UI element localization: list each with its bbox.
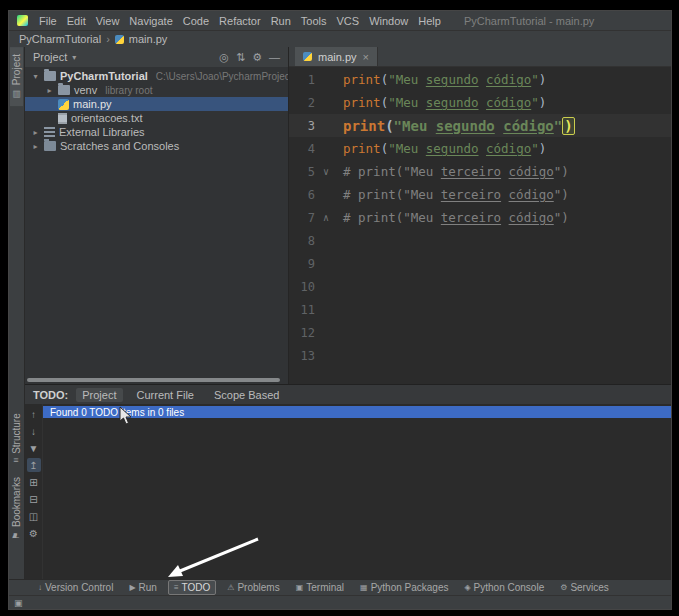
- menu-item[interactable]: Code: [178, 14, 214, 28]
- previous-todo-icon[interactable]: ↑: [27, 407, 41, 421]
- breadcrumb-file[interactable]: main.py: [129, 33, 168, 45]
- code-line[interactable]: 10: [289, 275, 671, 298]
- expand-collapse-icon[interactable]: ⇅: [236, 51, 245, 64]
- tool-stripe-button[interactable]: ⚑ Bookmarks: [10, 470, 23, 548]
- main-area: ▤ Project ≡ Structure ⚑ Bookmarks: [9, 47, 671, 579]
- line-number: 13: [289, 349, 315, 363]
- todo-panel-title: TODO:: [33, 389, 68, 401]
- tool-stripe-icon: ≡: [14, 455, 19, 465]
- menu-item[interactable]: Help: [413, 14, 446, 28]
- preview-source-icon[interactable]: ↥: [27, 458, 41, 472]
- python-file-icon: [303, 52, 312, 61]
- todo-scope-tab[interactable]: Project: [76, 388, 122, 402]
- editor-tab-mainpy[interactable]: main.py ×: [295, 47, 378, 66]
- tree-item[interactable]: orientacoes.txt: [25, 111, 288, 125]
- code-token: [501, 187, 509, 202]
- code-line[interactable]: 1print("Meu segundo código"): [289, 68, 671, 91]
- horizontal-scrollbar[interactable]: [27, 378, 280, 382]
- tool-stripe-button[interactable]: ≡ Structure: [10, 406, 23, 470]
- tool-stripe-icon: ▤: [12, 89, 22, 99]
- tree-item-hint: C:\Users\Joao\PycharmProjects\PyCharmTut…: [156, 71, 288, 82]
- todo-scope-tab[interactable]: Current File: [131, 388, 200, 402]
- project-panel-title[interactable]: Project: [33, 51, 67, 63]
- todo-results: Found 0 TODO items in 0 files: [43, 404, 671, 579]
- hide-panel-icon[interactable]: —: [269, 51, 280, 63]
- group-by-icon[interactable]: ◫: [27, 509, 41, 523]
- menu-item[interactable]: View: [91, 14, 125, 28]
- tool-window-button[interactable]: ▶ Run: [124, 581, 162, 594]
- code-token: terceiro: [441, 210, 501, 225]
- tool-window-button[interactable]: ⚠ Problems: [222, 581, 284, 594]
- navigation-bar: PyCharmTutorial › main.py: [9, 30, 671, 47]
- code-token: ): [562, 117, 574, 135]
- settings-icon[interactable]: ⚙: [252, 51, 262, 64]
- code-token: [479, 95, 487, 110]
- code-line[interactable]: 8: [289, 229, 671, 252]
- tree-item[interactable]: ▸venvlibrary root: [25, 83, 288, 97]
- tool-stripe-button[interactable]: ▤ Project: [10, 47, 23, 106]
- locate-file-icon[interactable]: ◎: [219, 51, 229, 64]
- view-options-icon[interactable]: ⚙: [27, 526, 41, 540]
- content-area: Project ▾ ◎ ⇅ ⚙ —: [25, 47, 671, 579]
- menu-item[interactable]: Window: [364, 14, 413, 28]
- code-token: (: [385, 118, 393, 134]
- code-line[interactable]: 5∨# print("Meu terceiro código"): [289, 160, 671, 183]
- chevron-down-icon[interactable]: ▾: [72, 53, 76, 62]
- next-todo-icon[interactable]: ↓: [27, 424, 41, 438]
- menu-item[interactable]: Edit: [62, 14, 91, 28]
- code-line[interactable]: 6# print("Meu terceiro código"): [289, 183, 671, 206]
- fold-marker-icon[interactable]: ∨: [315, 166, 337, 177]
- tool-window-button[interactable]: ⚙ Services: [555, 581, 614, 594]
- code-line[interactable]: 7∧# print("Meu terceiro código"): [289, 206, 671, 229]
- menu-item[interactable]: Refactor: [214, 14, 266, 28]
- code-token: print: [343, 95, 381, 110]
- code-line[interactable]: 12: [289, 321, 671, 344]
- code-text: # print("Meu terceiro código"): [337, 187, 569, 202]
- menu-item[interactable]: File: [34, 14, 62, 28]
- collapse-all-icon[interactable]: ⊟: [27, 492, 41, 506]
- code-line[interactable]: 4print("Meu segundo código"): [289, 137, 671, 160]
- fold-marker-icon[interactable]: ∧: [315, 212, 337, 223]
- code-text: print("Meu segundo código"): [337, 72, 546, 87]
- code-text: print("Meu segundo código"): [337, 95, 546, 110]
- tool-window-button[interactable]: ≡ TODO: [168, 580, 216, 595]
- tool-window-button[interactable]: ▣ Terminal: [291, 581, 349, 594]
- code-line[interactable]: 2print("Meu segundo código"): [289, 91, 671, 114]
- tool-window-button[interactable]: ◈ Python Console: [459, 581, 549, 594]
- tool-stripe-icon: ⚑: [12, 531, 22, 541]
- top-row: Project ▾ ◎ ⇅ ⚙ —: [25, 47, 671, 384]
- todo-scope-tab[interactable]: Scope Based: [208, 388, 285, 402]
- chevron-down-icon[interactable]: ▾: [31, 72, 40, 81]
- tree-item[interactable]: ▾PyCharmTutorialC:\Users\Joao\PycharmPro…: [25, 69, 288, 83]
- expand-all-icon[interactable]: ⊞: [27, 475, 41, 489]
- code-token: # print("Meu: [343, 187, 441, 202]
- code-text: print("Meu segundo código"): [337, 118, 575, 134]
- project-tree: ▾PyCharmTutorialC:\Users\Joao\PycharmPro…: [25, 67, 288, 384]
- close-tab-icon[interactable]: ×: [363, 51, 369, 63]
- chevron-right-icon[interactable]: ▸: [31, 142, 40, 151]
- code-line[interactable]: 3print("Meu segundo código"): [289, 114, 671, 137]
- chevron-right-icon[interactable]: ▸: [31, 128, 40, 137]
- code-line[interactable]: 11: [289, 298, 671, 321]
- tool-window-button[interactable]: ▦ Python Packages: [355, 581, 453, 594]
- menu-item[interactable]: Tools: [296, 14, 332, 28]
- code-token: [495, 118, 503, 134]
- todo-result-row[interactable]: Found 0 TODO items in 0 files: [43, 406, 671, 418]
- menu-item[interactable]: Run: [266, 14, 296, 28]
- tool-window-button-label: Version Control: [45, 582, 113, 593]
- code-line[interactable]: 13: [289, 344, 671, 367]
- menu-item[interactable]: Navigate: [124, 14, 177, 28]
- code-line[interactable]: 9: [289, 252, 671, 275]
- breadcrumb-project[interactable]: PyCharmTutorial: [19, 33, 101, 45]
- code-area[interactable]: 1print("Meu segundo código")2print("Meu …: [289, 67, 671, 384]
- menu-item[interactable]: VCS: [332, 14, 365, 28]
- chevron-right-icon[interactable]: ▸: [45, 86, 54, 95]
- tree-item[interactable]: ▸Scratches and Consoles: [25, 139, 288, 153]
- code-token: código: [503, 118, 554, 134]
- filter-todo-icon[interactable]: ▼: [27, 441, 41, 455]
- tree-item[interactable]: ▸External Libraries: [25, 125, 288, 139]
- tool-window-button[interactable]: ↓ Version Control: [33, 581, 118, 594]
- pycharm-window: File Edit View Navigate Code Refactor Ru…: [8, 10, 672, 610]
- tool-window-switcher-icon[interactable]: ▣: [14, 598, 23, 608]
- tree-item[interactable]: main.py: [25, 97, 288, 111]
